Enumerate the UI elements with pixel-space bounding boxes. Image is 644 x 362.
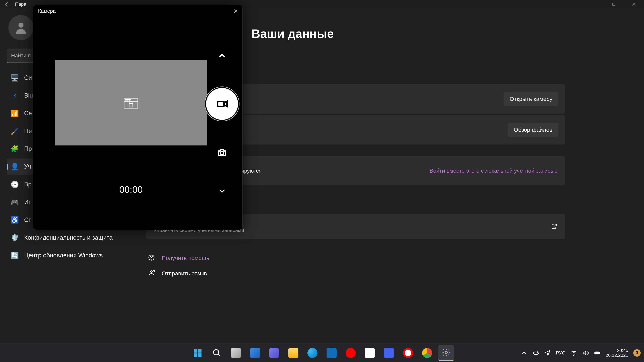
taskbar-search[interactable] (209, 345, 225, 361)
gamepad-icon: 🎮 (11, 198, 18, 206)
tray-date: 26.12.2021 (606, 353, 628, 358)
nav-label: Се (24, 110, 32, 117)
taskbar-chat[interactable] (266, 345, 282, 361)
nav-label: Конфиденциальность и защита (24, 234, 113, 241)
svg-point-7 (150, 271, 152, 273)
system-tray: РУС 20:45 26.12.2021 3 (521, 344, 641, 362)
taskbar-taskview[interactable] (228, 345, 244, 361)
taskbar-chrome[interactable] (419, 345, 435, 361)
svg-rect-19 (198, 349, 202, 353)
svg-line-23 (218, 354, 220, 356)
feedback-text: Отправить отзыв (162, 270, 207, 277)
nav-label: Пр (24, 145, 32, 152)
camera-timer: 00:00 (119, 184, 143, 195)
feedback-link[interactable]: Отправить отзыв (148, 270, 632, 277)
svg-point-12 (126, 99, 126, 100)
nav-label: Вр (24, 181, 32, 188)
tray-onedrive-icon[interactable] (532, 350, 539, 356)
start-button[interactable] (190, 345, 206, 361)
taskbar-yandex[interactable] (343, 345, 358, 361)
svg-rect-1 (612, 3, 615, 5)
taskbar-pinned (190, 344, 454, 362)
svg-rect-16 (218, 101, 224, 106)
svg-rect-28 (595, 352, 598, 354)
svg-point-4 (18, 23, 24, 28)
taskbar-settings[interactable] (438, 345, 454, 361)
nav-label: Blu (24, 92, 33, 99)
nav-label: Си (24, 74, 32, 81)
camera-close-button[interactable] (232, 7, 240, 15)
camera-photo-mode[interactable] (216, 147, 228, 159)
close-button[interactable] (624, 0, 644, 8)
camera-mode-up[interactable] (217, 51, 227, 61)
feedback-icon (148, 270, 155, 277)
brush-icon: 🖌️ (11, 127, 18, 135)
svg-point-22 (214, 350, 219, 355)
avatar[interactable] (8, 15, 34, 40)
maximize-button[interactable] (604, 0, 624, 8)
tray-location-icon[interactable] (544, 350, 551, 356)
settings-title: Пара (15, 1, 26, 7)
tray-time: 20:45 (617, 348, 628, 353)
shield-icon: 🛡️ (11, 234, 18, 241)
taskbar-edge[interactable] (304, 345, 320, 361)
nav-label: Уч (24, 163, 31, 170)
display-icon: 🖥️ (11, 74, 18, 81)
camera-title: Камера (38, 8, 56, 14)
person-icon: 👤 (11, 163, 18, 170)
svg-point-13 (127, 99, 128, 100)
external-link-icon (551, 223, 558, 230)
tray-volume-icon[interactable] (582, 350, 589, 356)
tray-battery-icon[interactable] (594, 350, 600, 356)
nav-label: Пе (24, 128, 32, 135)
svg-rect-20 (194, 353, 198, 357)
help-icon (148, 254, 155, 262)
notification-badge[interactable]: 3 (633, 349, 641, 357)
taskbar-widgets[interactable] (247, 345, 263, 361)
svg-rect-18 (194, 349, 198, 353)
back-button[interactable] (3, 1, 10, 7)
tray-wifi-icon[interactable] (570, 350, 577, 356)
svg-rect-21 (198, 353, 202, 357)
minimize-button[interactable] (584, 0, 604, 8)
nav-label: Центр обновления Windows (24, 252, 103, 259)
accessibility-icon: ♿ (11, 216, 18, 224)
tray-language[interactable]: РУС (556, 350, 565, 356)
svg-point-24 (445, 351, 448, 354)
svg-rect-27 (600, 352, 600, 354)
page-title: Ваши данные (252, 27, 632, 40)
update-icon: 🔄 (11, 252, 18, 259)
camera-shutter-button[interactable] (206, 88, 238, 120)
help-text: Получить помощь (162, 255, 209, 261)
camera-preview (55, 60, 207, 145)
taskbar-mail[interactable] (324, 345, 340, 361)
nav-label: Сп (24, 216, 32, 223)
clock-icon: 🕒 (11, 181, 18, 188)
wifi-icon: 📶 (11, 110, 18, 117)
tray-clock[interactable]: 20:45 26.12.2021 (606, 348, 628, 358)
svg-point-25 (574, 355, 574, 355)
browse-files-button[interactable]: Обзор файлов (508, 123, 558, 137)
open-camera-button[interactable]: Открыть камеру (504, 92, 558, 106)
svg-point-14 (129, 99, 130, 100)
taskbar: РУС 20:45 26.12.2021 3 (0, 344, 644, 362)
local-account-link[interactable]: Войти вместо этого с локальной учетной з… (430, 168, 558, 174)
taskbar-explorer[interactable] (286, 345, 301, 361)
svg-rect-15 (129, 104, 133, 107)
svg-point-6 (151, 259, 152, 259)
camera-mode-down[interactable] (217, 186, 227, 196)
nav-label: Иг (24, 199, 31, 206)
taskbar-app1[interactable] (381, 345, 397, 361)
taskbar-store[interactable] (362, 345, 378, 361)
nav-update[interactable]: 🔄Центр обновления Windows (7, 247, 131, 264)
tray-chevron[interactable] (521, 350, 528, 356)
camera-window: Камера 00:00 (33, 5, 242, 230)
svg-point-17 (220, 151, 224, 155)
apps-icon: 🧩 (11, 145, 18, 152)
camera-titlebar: Камера (33, 5, 242, 17)
nav-privacy[interactable]: 🛡️Конфиденциальность и защита (7, 230, 131, 246)
bluetooth-icon: ᛒ (11, 92, 18, 99)
taskbar-ybrowser[interactable] (400, 345, 416, 361)
help-link[interactable]: Получить помощь (148, 254, 632, 262)
